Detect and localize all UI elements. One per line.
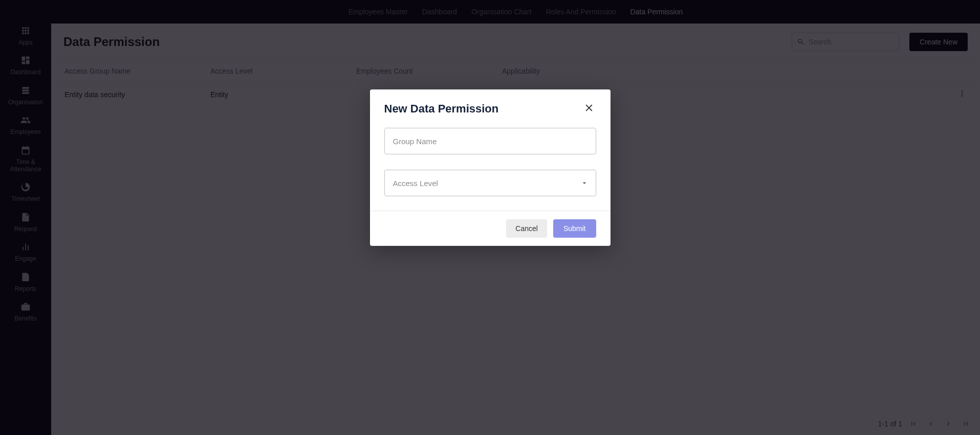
submit-button[interactable]: Submit xyxy=(553,219,596,238)
modal-header: New Data Permission xyxy=(370,89,611,122)
cancel-button[interactable]: Cancel xyxy=(506,219,547,238)
access-level-field: Access Level xyxy=(384,170,596,196)
group-name-field xyxy=(384,128,596,154)
modal-title: New Data Permission xyxy=(384,102,499,116)
access-level-select[interactable]: Access Level xyxy=(384,170,596,196)
access-level-placeholder: Access Level xyxy=(393,179,438,188)
group-name-input[interactable] xyxy=(384,128,596,154)
modal-footer: Cancel Submit xyxy=(370,211,611,246)
close-icon xyxy=(584,103,594,113)
chevron-down-icon xyxy=(580,179,589,187)
modal-body: Access Level xyxy=(370,122,611,211)
close-button[interactable] xyxy=(582,101,596,117)
new-data-permission-modal: New Data Permission Access Level Cancel xyxy=(370,89,611,246)
modal-overlay[interactable]: New Data Permission Access Level Cancel xyxy=(0,0,980,435)
